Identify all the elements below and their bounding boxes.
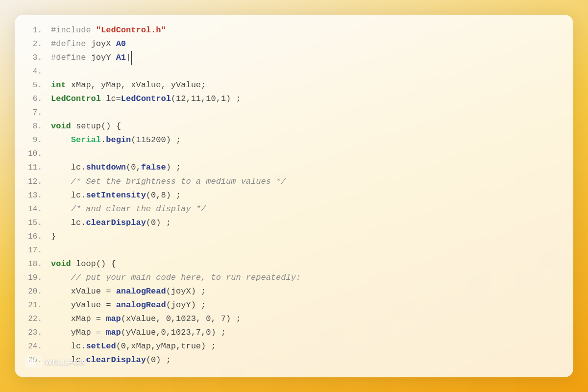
code-line: 19. // put your main code here, to run r…: [24, 271, 560, 285]
code-line: 2.#define joyX A0: [24, 37, 560, 51]
code-line: 23. yMap = map(yValue,0,1023,7,0) ;: [24, 326, 560, 340]
line-number: 17.: [24, 244, 42, 257]
code-line: 7.: [24, 106, 560, 120]
code-line: 1.#include "LedControl.h": [24, 24, 560, 37]
line-number: 16.: [24, 230, 42, 243]
line-number: 6.: [24, 93, 42, 105]
code-line: 13. lc.setIntensity(0,8) ;: [24, 189, 560, 202]
code-line: 22. xMap = map(xValue, 0,1023, 0, 7) ;: [24, 312, 560, 326]
code-token: int: [51, 80, 71, 90]
code-token: A1: [116, 53, 126, 62]
line-content: lc.clearDisplay(0) ;: [51, 216, 171, 230]
line-content: void setup() {: [51, 120, 121, 133]
code-line: 24. lc.setLed(0,xMap,yMap,true) ;: [24, 340, 560, 353]
code-token: (0) ;: [146, 218, 171, 227]
line-number: 20.: [24, 285, 42, 298]
code-line: 17.: [24, 244, 560, 257]
code-line: 10.: [24, 147, 560, 161]
code-token: #define: [51, 39, 91, 49]
code-token: #define: [51, 53, 91, 62]
line-content: void loop() {: [51, 257, 116, 271]
line-number: 22.: [24, 313, 42, 325]
line-content: [51, 147, 56, 161]
line-content: int xMap, yMap, xValue, yValue;: [51, 78, 206, 92]
code-token: (xValue, 0,1023, 0, 7) ;: [121, 314, 241, 323]
code-token: begin: [106, 135, 131, 145]
line-content: /* Set the brightness to a medium values…: [51, 175, 286, 189]
line-number: 23.: [24, 326, 42, 339]
code-line: 5.int xMap, yMap, xValue, yValue;: [24, 78, 560, 92]
line-content: LedControl lc=LedControl(12,11,10,1) ;: [51, 92, 241, 106]
code-token: setLed: [86, 342, 116, 351]
line-content: }: [51, 230, 56, 244]
code-token: yValue =: [51, 300, 116, 310]
code-line: 21. yValue = analogRead(joyY) ;: [24, 298, 560, 312]
code-token: setIntensity: [86, 191, 146, 200]
code-token: // put your main code here, to run repea…: [51, 273, 301, 282]
line-content: xMap = map(xValue, 0,1023, 0, 7) ;: [51, 312, 241, 326]
line-content: /* and clear the display */: [51, 202, 206, 216]
code-token: LedControl: [51, 94, 106, 103]
line-number: 15.: [24, 217, 42, 229]
line-number: 24.: [24, 340, 42, 353]
code-token: map: [106, 314, 121, 323]
code-token: analogRead: [116, 287, 166, 296]
code-container: 1.#include "LedControl.h"2.#define joyX …: [15, 15, 573, 377]
code-token: void: [51, 122, 76, 131]
code-token: (0,: [126, 163, 141, 172]
line-number: 11.: [24, 161, 42, 174]
line-number: 7.: [24, 106, 42, 119]
code-token: (joyY) ;: [166, 300, 206, 310]
line-content: Serial.begin(115200) ;: [51, 133, 181, 147]
wellpcb-logo-icon: W: [25, 355, 42, 368]
code-token: lc.: [51, 191, 86, 200]
code-token: (yValue,0,1023,7,0) ;: [121, 328, 226, 337]
logo-area: W WELLPCB: [25, 355, 85, 368]
line-content: [51, 106, 56, 120]
code-token: (12,11,10,1) ;: [171, 94, 241, 103]
code-line: 11. lc.shutdown(0,false) ;: [24, 161, 560, 174]
code-token: /* Set the brightness to a medium values…: [51, 177, 286, 186]
code-token: setup() {: [76, 122, 121, 131]
line-content: lc.setLed(0,xMap,yMap,true) ;: [51, 340, 216, 353]
code-token: ) ;: [166, 163, 181, 172]
line-content: [51, 65, 56, 78]
code-token: yMap =: [51, 328, 106, 337]
code-token: lc=: [106, 94, 121, 103]
code-line: 8.void setup() {: [24, 120, 560, 133]
code-token: map: [106, 328, 121, 337]
line-number: 9.: [24, 134, 42, 147]
code-line: 20. xValue = analogRead(joyX) ;: [24, 285, 560, 298]
code-token: #include: [51, 25, 96, 35]
code-token: [51, 135, 71, 145]
code-token: |: [126, 51, 132, 65]
code-token: (115200) ;: [131, 135, 181, 145]
code-token: .: [101, 135, 106, 145]
line-number: 8.: [24, 120, 42, 133]
code-token: clearDisplay: [86, 355, 146, 365]
svg-text:W: W: [27, 357, 36, 367]
code-token: (0,xMap,yMap,true) ;: [116, 342, 216, 351]
code-token: "LedControl.h": [96, 25, 166, 35]
line-number: 3.: [24, 51, 42, 64]
line-content: #include "LedControl.h": [51, 24, 166, 37]
line-content: lc.shutdown(0,false) ;: [51, 161, 181, 174]
line-content: xValue = analogRead(joyX) ;: [51, 285, 206, 298]
code-token: lc.: [51, 163, 86, 172]
code-token: clearDisplay: [86, 218, 146, 227]
line-number: 14.: [24, 203, 42, 216]
code-token: (0) ;: [146, 355, 171, 365]
code-token: loop() {: [76, 259, 116, 269]
code-line: 9. Serial.begin(115200) ;: [24, 133, 560, 147]
line-content: yValue = analogRead(joyY) ;: [51, 298, 206, 312]
code-token: false: [141, 163, 166, 172]
line-number: 4.: [24, 65, 42, 78]
code-token: }: [51, 232, 56, 241]
code-block: 1.#include "LedControl.h"2.#define joyX …: [24, 24, 560, 367]
line-content: yMap = map(yValue,0,1023,7,0) ;: [51, 326, 226, 340]
wellpcb-logo-text: WELLPCB: [45, 358, 85, 366]
line-number: 12.: [24, 175, 42, 188]
line-content: // put your main code here, to run repea…: [51, 271, 301, 285]
line-number: 10.: [24, 147, 42, 160]
code-token: LedControl: [121, 94, 171, 103]
